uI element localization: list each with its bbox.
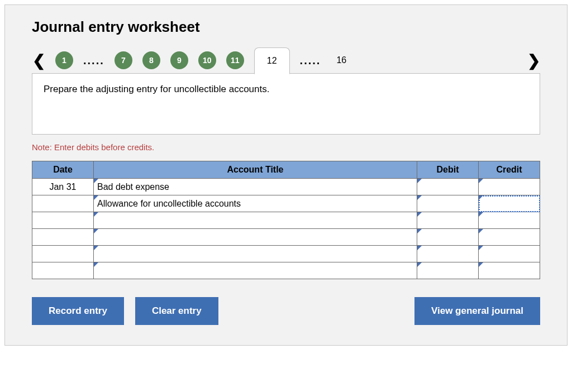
credit-value (479, 236, 540, 238)
tab-ellipsis-right: ..... (300, 54, 321, 67)
dropdown-indicator-icon (94, 246, 98, 250)
tab-page-7[interactable]: 7 (115, 51, 132, 69)
credit-cell[interactable] (479, 246, 540, 262)
table-row (32, 262, 540, 279)
tab-page-9[interactable]: 9 (170, 51, 188, 69)
credit-cell[interactable] (479, 212, 540, 229)
date-cell[interactable] (32, 195, 94, 212)
dropdown-indicator-icon (479, 246, 483, 250)
dropdown-indicator-icon (94, 229, 98, 233)
tab-row: ❮ 1 ..... 7 8 9 10 11 12 ..... 16 ❯ (32, 47, 540, 74)
tab-page-active[interactable]: 12 (254, 47, 290, 74)
page-title: Journal entry worksheet (32, 18, 540, 36)
tab-ellipsis-left: ..... (83, 54, 104, 67)
account-title-cell[interactable] (94, 212, 417, 229)
prev-page-icon[interactable]: ❮ (32, 51, 45, 70)
dropdown-indicator-icon (479, 195, 483, 200)
date-value (32, 236, 93, 238)
table-row: Allowance for uncollectible accounts (32, 195, 540, 212)
credit-cell[interactable] (479, 195, 540, 212)
dropdown-indicator-icon (479, 179, 483, 183)
dropdown-indicator-icon (417, 229, 422, 233)
credit-cell[interactable] (479, 229, 540, 246)
dropdown-indicator-icon (479, 262, 483, 267)
dropdown-indicator-icon (94, 262, 98, 267)
debit-value (417, 253, 478, 255)
dropdown-indicator-icon (417, 262, 422, 267)
account-title-value (94, 270, 417, 272)
worksheet-panel: Journal entry worksheet ❮ 1 ..... 7 8 9 … (4, 4, 568, 346)
debit-cell[interactable] (417, 179, 479, 195)
credit-value (479, 253, 540, 255)
instruction-box: Prepare the adjusting entry for uncollec… (32, 73, 540, 135)
credit-cell[interactable] (479, 179, 540, 195)
account-title-value (94, 219, 417, 222)
dropdown-indicator-icon (417, 195, 422, 200)
dropdown-indicator-icon (94, 179, 98, 183)
debit-value (417, 203, 478, 205)
tab-page-10[interactable]: 10 (198, 51, 216, 69)
dropdown-indicator-icon (94, 195, 98, 200)
header-credit: Credit (479, 161, 540, 179)
credit-value (479, 219, 540, 222)
account-title-cell[interactable]: Bad debt expense (94, 179, 417, 195)
date-cell[interactable] (32, 212, 94, 229)
date-value (32, 270, 93, 272)
next-page-icon[interactable]: ❯ (527, 51, 540, 70)
tab-page-1[interactable]: 1 (55, 51, 73, 69)
table-row: Jan 31Bad debt expense (32, 179, 540, 195)
debit-value (417, 219, 478, 222)
account-title-value: Allowance for uncollectible accounts (94, 198, 417, 210)
header-date: Date (32, 161, 94, 179)
account-title-cell[interactable] (94, 262, 417, 279)
button-row: Record entry Clear entry View general jo… (32, 297, 540, 325)
date-value (32, 253, 93, 255)
debit-cell[interactable] (417, 262, 479, 279)
clear-entry-button[interactable]: Clear entry (135, 297, 218, 325)
record-entry-button[interactable]: Record entry (32, 297, 124, 325)
table-row (32, 212, 540, 229)
credit-cell[interactable] (479, 262, 540, 279)
table-row (32, 246, 540, 262)
debit-value (417, 270, 478, 272)
account-title-cell[interactable] (94, 229, 417, 246)
account-title-cell[interactable] (94, 246, 417, 262)
account-title-value (94, 236, 417, 238)
account-title-value (94, 253, 417, 255)
journal-table: Date Account Title Debit Credit Jan 31Ba… (32, 161, 540, 279)
credit-value (479, 270, 540, 272)
date-cell[interactable] (32, 246, 94, 262)
debit-cell[interactable] (417, 212, 479, 229)
debit-cell[interactable] (417, 246, 479, 262)
date-value (32, 203, 93, 205)
instruction-text: Prepare the adjusting entry for uncollec… (44, 84, 269, 94)
date-cell[interactable]: Jan 31 (32, 179, 94, 195)
credit-value (479, 186, 540, 188)
account-title-cell[interactable]: Allowance for uncollectible accounts (94, 195, 417, 212)
dropdown-indicator-icon (417, 179, 422, 183)
account-title-value: Bad debt expense (94, 181, 417, 193)
debit-cell[interactable] (417, 195, 479, 212)
date-value: Jan 31 (32, 181, 93, 193)
dropdown-indicator-icon (479, 212, 483, 217)
dropdown-indicator-icon (479, 229, 483, 233)
table-row (32, 229, 540, 246)
note-text: Note: Enter debits before credits. (32, 142, 540, 152)
dropdown-indicator-icon (417, 246, 422, 250)
tab-page-11[interactable]: 11 (226, 51, 244, 69)
debit-value (417, 236, 478, 238)
tab-page-last[interactable]: 16 (331, 55, 352, 65)
debit-value (417, 186, 478, 188)
tab-page-8[interactable]: 8 (142, 51, 160, 69)
date-cell[interactable] (32, 229, 94, 246)
date-value (32, 219, 93, 222)
header-account: Account Title (94, 161, 417, 179)
credit-value (479, 203, 540, 205)
view-journal-button[interactable]: View general journal (414, 297, 540, 325)
debit-cell[interactable] (417, 229, 479, 246)
dropdown-indicator-icon (417, 212, 422, 217)
date-cell[interactable] (32, 262, 94, 279)
dropdown-indicator-icon (94, 212, 98, 217)
header-debit: Debit (417, 161, 479, 179)
